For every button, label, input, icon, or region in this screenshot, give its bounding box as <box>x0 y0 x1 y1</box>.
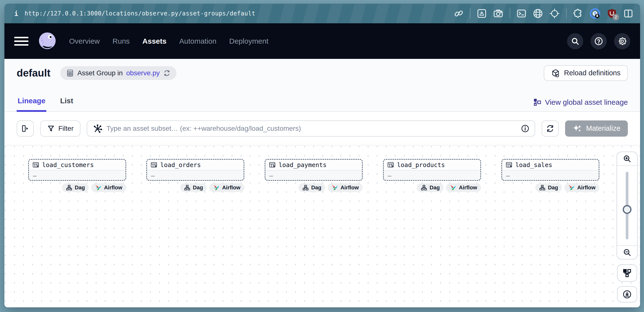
menu-icon[interactable] <box>14 34 28 48</box>
zoom-panel <box>616 152 638 259</box>
asset-node-load-products[interactable]: load_products – Dag Airflow <box>383 159 481 181</box>
asset-name: load_payments <box>279 161 327 168</box>
asset-subset-searchbox <box>87 120 535 137</box>
tag-dag[interactable]: Dag <box>62 183 89 192</box>
airflow-icon <box>332 184 338 191</box>
asset-name: load_customers <box>42 161 94 168</box>
expand-panel-icon <box>21 124 30 133</box>
search-button[interactable] <box>567 33 583 49</box>
camera-icon[interactable] <box>493 9 503 19</box>
tag-dag[interactable]: Dag <box>180 183 207 192</box>
url-text[interactable]: http://127.0.0.1:3000/locations/observe.… <box>24 10 255 17</box>
asset-status: – <box>384 170 480 181</box>
info-icon: i <box>14 10 18 18</box>
link-icon[interactable] <box>454 9 464 19</box>
zoom-slider-thumb[interactable] <box>623 205 632 214</box>
page-header: default Asset Group in observe.py Reload… <box>4 59 640 87</box>
sync-icon[interactable] <box>163 69 170 77</box>
nav-item-deployment[interactable]: Deployment <box>229 37 268 45</box>
asset-group-icon <box>66 69 74 77</box>
lineage-canvas[interactable]: load_customers – Dag Airflow load_orders… <box>4 145 640 307</box>
tag-airflow[interactable]: Airflow <box>209 183 244 192</box>
airflow-icon <box>450 184 456 191</box>
reload-definitions-label: Reload definitions <box>564 69 620 77</box>
tag-label: Dag <box>430 184 440 191</box>
materialize-label: Materialize <box>586 124 620 132</box>
tab-lineage[interactable]: Lineage <box>17 97 46 111</box>
syntax-info-icon[interactable] <box>521 124 529 133</box>
tag-label: Airflow <box>577 184 596 191</box>
asset-tags: Dag Airflow <box>535 183 600 192</box>
expand-panel-button[interactable] <box>17 120 34 137</box>
nav-item-overview[interactable]: Overview <box>69 37 100 45</box>
filter-button[interactable]: Filter <box>40 120 80 137</box>
tag-dag[interactable]: Dag <box>417 183 444 192</box>
tag-airflow[interactable]: Airflow <box>328 183 363 192</box>
dag-icon <box>302 184 309 191</box>
target-icon[interactable] <box>550 8 560 19</box>
view-global-lineage-link[interactable]: View global asset lineage <box>533 98 628 111</box>
app-navbar: Overview Runs Assets Automation Deployme… <box>4 23 640 59</box>
zoom-out-button[interactable] <box>617 245 637 259</box>
lineage-toolbar: Filter Materialize <box>4 112 640 145</box>
observable-asset-icon <box>387 161 394 168</box>
tag-dag[interactable]: Dag <box>298 183 326 192</box>
asset-node-load-payments[interactable]: load_payments – Dag Airflow <box>265 159 363 181</box>
asset-group-label: Asset Group in <box>78 69 123 77</box>
zoom-out-icon <box>623 248 631 256</box>
ublock-origin-icon[interactable]: 2 <box>607 8 617 19</box>
page-title: default <box>17 67 50 79</box>
download-icon <box>622 290 632 299</box>
ublock-badge: 2 <box>613 14 619 20</box>
dag-icon <box>421 184 427 191</box>
tag-airflow[interactable]: Airflow <box>446 183 481 192</box>
observable-asset-icon <box>269 161 276 168</box>
asset-card[interactable]: load_orders – <box>146 159 244 181</box>
relayout-graph-button[interactable] <box>617 264 637 281</box>
asset-node-load-orders[interactable]: load_orders – Dag Airflow <box>146 159 244 181</box>
dagster-logo-icon[interactable] <box>37 31 58 52</box>
browser-window: i http://127.0.0.1:3000/locations/observ… <box>4 4 640 307</box>
asset-card[interactable]: load_customers – <box>28 159 126 181</box>
asset-node-load-customers[interactable]: load_customers – Dag Airflow <box>28 159 126 181</box>
tag-label: Dag <box>75 184 85 191</box>
reload-definitions-button[interactable]: Reload definitions <box>544 65 628 81</box>
asset-node-load-sales[interactable]: load_sales – Dag Airflow <box>502 159 600 181</box>
download-image-button[interactable] <box>617 286 637 302</box>
materialize-button[interactable]: Materialize <box>565 120 628 137</box>
tab-list[interactable]: List <box>59 97 74 111</box>
asset-card[interactable]: load_products – <box>383 159 481 181</box>
split-view-icon[interactable] <box>624 9 633 19</box>
browser-toolbar-icons: 2 <box>454 8 633 19</box>
nav-item-automation[interactable]: Automation <box>179 37 216 45</box>
nav-item-assets[interactable]: Assets <box>142 37 166 45</box>
tag-dag[interactable]: Dag <box>535 183 562 192</box>
nav-links: Overview Runs Assets Automation Deployme… <box>69 37 268 45</box>
extensions-icon[interactable] <box>573 8 583 19</box>
asset-tags: Dag Airflow <box>417 183 481 192</box>
screenshot-icon[interactable] <box>477 9 487 19</box>
settings-button[interactable] <box>614 33 630 49</box>
refresh-graph-button[interactable] <box>542 120 559 137</box>
nav-item-runs[interactable]: Runs <box>112 37 130 45</box>
terminal-icon[interactable] <box>516 9 526 19</box>
asset-tags: Dag Airflow <box>180 183 244 192</box>
global-lineage-icon <box>533 98 542 106</box>
globe-icon[interactable] <box>533 8 543 19</box>
asset-tags: Dag Airflow <box>298 183 363 192</box>
code-location-link[interactable]: observe.py <box>126 69 160 77</box>
search-icon <box>571 37 579 45</box>
tag-airflow[interactable]: Airflow <box>564 183 600 192</box>
toolbar-separator <box>566 8 566 19</box>
zoom-in-button[interactable] <box>617 152 637 166</box>
asset-tags: Dag Airflow <box>62 183 126 192</box>
asset-selection-icon <box>93 124 102 133</box>
onepassword-icon[interactable] <box>590 8 600 19</box>
asset-name: load_sales <box>515 161 552 168</box>
tag-label: Dag <box>548 184 558 191</box>
help-button[interactable] <box>590 33 607 49</box>
asset-card[interactable]: load_sales – <box>502 159 600 181</box>
tag-airflow[interactable]: Airflow <box>91 183 126 192</box>
asset-card[interactable]: load_payments – <box>265 159 363 181</box>
asset-subset-input[interactable] <box>106 125 517 132</box>
